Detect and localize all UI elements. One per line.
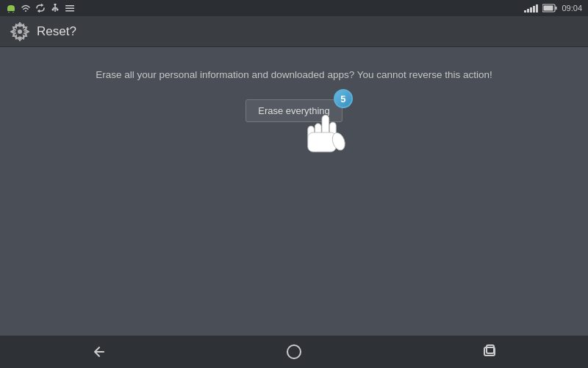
svg-point-9 <box>57 9 59 11</box>
nav-bar <box>0 336 588 368</box>
main-content: Erase all your personal information and … <box>0 47 588 337</box>
warning-text: Erase all your personal information and … <box>96 69 492 80</box>
title-bar: Reset? <box>0 16 588 47</box>
step-badge: 5 <box>334 89 353 108</box>
svg-point-4 <box>25 10 26 12</box>
svg-point-8 <box>52 9 54 11</box>
status-left-icons <box>6 3 75 13</box>
svg-rect-20 <box>330 122 337 139</box>
svg-rect-12 <box>65 10 74 12</box>
time-display: 09:04 <box>562 4 582 13</box>
svg-point-24 <box>330 131 347 152</box>
recents-button[interactable] <box>479 341 501 363</box>
battery-icon <box>542 4 557 13</box>
app-title: Reset? <box>37 24 76 39</box>
usb-icon <box>50 3 60 13</box>
home-button[interactable] <box>283 341 305 363</box>
svg-rect-21 <box>315 124 321 139</box>
svg-point-18 <box>18 29 22 34</box>
status-right-icons: 09:04 <box>524 4 582 13</box>
svg-rect-10 <box>65 5 74 7</box>
button-area: Erase everything 5 <box>245 99 343 122</box>
svg-rect-15 <box>544 6 553 11</box>
svg-rect-27 <box>487 345 494 353</box>
erase-everything-button[interactable]: Erase everything <box>245 99 343 122</box>
signal-bars <box>524 4 538 13</box>
gear-icon <box>10 22 29 41</box>
android-logo-icon <box>6 3 16 13</box>
menu-icon <box>65 3 75 13</box>
svg-rect-23 <box>308 132 337 152</box>
back-button[interactable] <box>87 341 109 363</box>
svg-rect-5 <box>54 4 57 5</box>
status-bar: 09:04 <box>0 0 588 16</box>
wifi-icon <box>21 3 31 13</box>
svg-rect-14 <box>556 7 557 10</box>
svg-rect-22 <box>308 126 315 139</box>
svg-point-25 <box>287 345 301 358</box>
svg-rect-11 <box>65 8 74 10</box>
sync-icon <box>35 3 46 13</box>
